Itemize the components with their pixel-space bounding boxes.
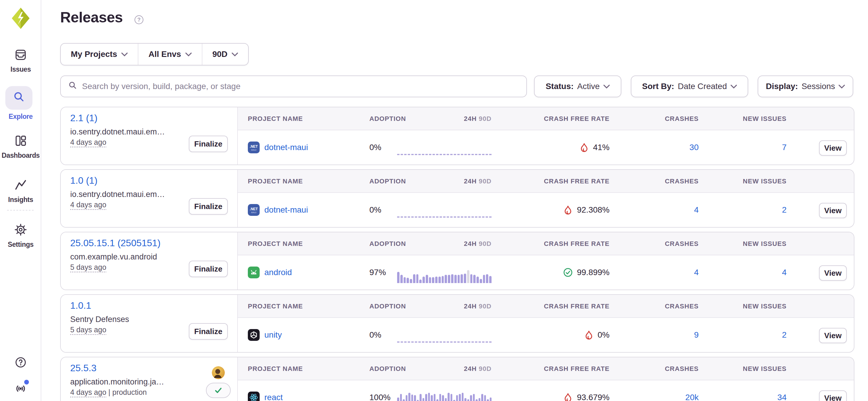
- view-button[interactable]: View: [819, 265, 847, 281]
- whats-new-button[interactable]: [0, 382, 41, 397]
- search-icon: [68, 80, 77, 92]
- daterange-filter-dropdown[interactable]: 90D: [203, 44, 248, 65]
- environment-filter-dropdown[interactable]: All Envs: [138, 44, 202, 65]
- page-help-icon[interactable]: ?: [134, 15, 144, 24]
- adoption-sparkline: [397, 203, 492, 221]
- release-created[interactable]: 5 days ago: [70, 326, 106, 334]
- finalized-check-badge[interactable]: [206, 383, 231, 398]
- release-card: 25.05.15.1 (2505151) com.example.vu.andr…: [60, 232, 855, 290]
- page-title: Releases: [60, 9, 123, 26]
- question-circle-icon: [14, 360, 27, 371]
- release-version-link[interactable]: 2.1 (1): [70, 113, 97, 124]
- table-row: .NETMAUI dotnet-maui 0% 92.308% 4 2 View: [238, 193, 854, 227]
- table-header: PROJECT NAME ADOPTION 24H 90D CRASH FREE…: [238, 107, 854, 130]
- release-package: Sentry Defenses: [70, 315, 129, 324]
- sidebar-item-dashboards[interactable]: Dashboards: [0, 134, 41, 160]
- release-version-link[interactable]: 25.5.3: [70, 363, 96, 374]
- release-created[interactable]: 4 days ago: [70, 138, 106, 146]
- view-button[interactable]: View: [819, 390, 847, 401]
- project-filter-dropdown[interactable]: My Projects: [61, 44, 138, 65]
- crash-free-rate: 0%: [492, 318, 610, 352]
- release-created[interactable]: 5 days ago: [70, 263, 106, 271]
- help-button[interactable]: [0, 356, 41, 371]
- new-issues-link[interactable]: 7: [782, 143, 786, 152]
- graph-icon: [14, 178, 27, 194]
- sidebar-item-settings[interactable]: Settings: [0, 223, 41, 248]
- avatar[interactable]: [212, 366, 225, 379]
- sidebar-item-explore-label[interactable]: Explore: [0, 111, 41, 121]
- view-button[interactable]: View: [819, 140, 847, 156]
- release-card: 1.0 (1) io.sentry.dotnet.maui.em… 4 days…: [60, 169, 855, 228]
- table-header: PROJECT NAME ADOPTION 24H 90D CRASH FREE…: [238, 357, 854, 380]
- sidebar-item-label: Settings: [0, 241, 41, 248]
- dotnet-maui-icon: .NETMAUI: [248, 141, 260, 153]
- project-link[interactable]: dotnet-maui: [265, 205, 308, 215]
- project-link[interactable]: android: [265, 268, 292, 277]
- adoption-sparkline: [397, 328, 492, 345]
- flame-icon: [563, 393, 573, 401]
- svg-text:MAUI: MAUI: [251, 148, 256, 151]
- sidebar-item-insights[interactable]: Insights: [0, 178, 41, 204]
- search-input[interactable]: [82, 82, 519, 91]
- adoption-value: 0%: [369, 130, 381, 165]
- notification-dot: [24, 380, 29, 385]
- view-button[interactable]: View: [819, 203, 847, 218]
- release-created[interactable]: 4 days ago: [70, 388, 106, 396]
- new-issues-link[interactable]: 2: [782, 205, 786, 215]
- table-header: PROJECT NAME ADOPTION 24H 90D CRASH FREE…: [238, 295, 854, 318]
- status-dropdown[interactable]: Status: Active: [534, 75, 621, 97]
- new-issues-link[interactable]: 2: [782, 330, 786, 340]
- sidebar-item-explore[interactable]: [5, 86, 32, 110]
- sidebar-item-label: Insights: [0, 196, 41, 204]
- release-environment: | production: [108, 388, 147, 396]
- release-package: application.monitoring.ja…: [70, 377, 164, 387]
- sidebar-divider: [7, 210, 34, 210]
- sentry-logo-icon[interactable]: [12, 8, 30, 29]
- release-search: [60, 75, 527, 97]
- adoption-value: 0%: [369, 318, 381, 352]
- release-package: com.example.vu.android: [70, 253, 157, 262]
- broadcast-icon: [14, 387, 27, 397]
- crash-free-rate: 99.899%: [492, 255, 610, 290]
- release-created[interactable]: 4 days ago: [70, 201, 106, 209]
- release-summary: 25.05.15.1 (2505151) com.example.vu.andr…: [61, 232, 238, 290]
- chevron-down-icon: [603, 85, 610, 89]
- release-version-link[interactable]: 25.05.15.1 (2505151): [70, 238, 160, 248]
- display-dropdown[interactable]: Display: Sessions: [758, 75, 853, 97]
- crashes-link[interactable]: 4: [694, 268, 699, 277]
- dotnet-maui-icon: .NETMAUI: [248, 204, 260, 216]
- adoption-value: 97%: [369, 255, 386, 290]
- search-icon: [12, 90, 25, 106]
- release-version-link[interactable]: 1.0 (1): [70, 175, 97, 186]
- release-summary: 25.5.3 application.monitoring.ja… 4 days…: [61, 357, 238, 401]
- chevron-down-icon: [838, 85, 845, 89]
- crashes-link[interactable]: 4: [694, 205, 699, 215]
- finalize-button[interactable]: Finalize: [189, 136, 228, 152]
- project-link[interactable]: unity: [265, 330, 282, 340]
- table-row: .NETMAUI dotnet-maui 0% 41% 30 7 View: [238, 130, 854, 165]
- finalize-button[interactable]: Finalize: [189, 198, 228, 215]
- new-issues-link[interactable]: 4: [782, 268, 786, 277]
- sidebar-item-issues[interactable]: Issues: [0, 48, 41, 73]
- flame-icon: [580, 143, 589, 152]
- project-link[interactable]: react: [265, 393, 283, 401]
- unity-icon: [248, 329, 260, 341]
- crashes-link[interactable]: 20k: [685, 393, 699, 401]
- finalize-button[interactable]: Finalize: [189, 323, 228, 340]
- new-issues-link[interactable]: 34: [777, 393, 786, 401]
- table-row: react 100% 93.679% 20k 34 View: [238, 380, 854, 401]
- svg-text:.NET: .NET: [250, 144, 258, 148]
- crashes-link[interactable]: 30: [689, 143, 699, 152]
- svg-text:.NET: .NET: [250, 207, 258, 211]
- project-link[interactable]: dotnet-maui: [265, 143, 308, 152]
- releases-page: Issues Explore Dashboards: [0, 0, 868, 401]
- finalize-button[interactable]: Finalize: [189, 261, 228, 277]
- view-button[interactable]: View: [819, 328, 847, 343]
- flame-icon: [584, 330, 594, 340]
- release-summary: 2.1 (1) io.sentry.dotnet.maui.em… 4 days…: [61, 107, 238, 165]
- release-version-link[interactable]: 1.0.1: [70, 300, 91, 311]
- crashes-link[interactable]: 9: [694, 330, 699, 340]
- sort-by-dropdown[interactable]: Sort By: Date Created: [631, 75, 748, 97]
- sidebar-item-label: Issues: [0, 65, 41, 73]
- chevron-down-icon: [731, 85, 737, 89]
